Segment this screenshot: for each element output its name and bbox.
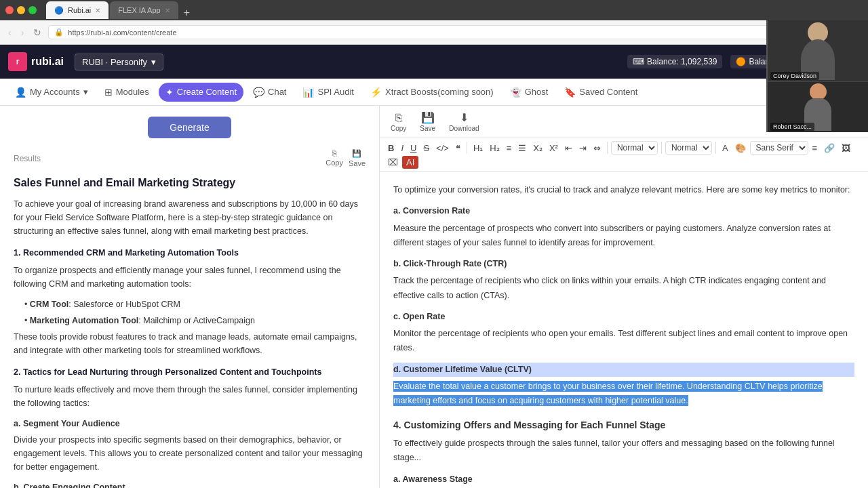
align-btn[interactable]: ⇔ [591,142,604,155]
bullet2: • Marketing Automation Tool: Mailchimp o… [24,314,366,327]
browser-toolbar: ‹ › ↻ 🔒 https://rubi-ai.com/content/crea… [0,20,868,45]
nav-xtract[interactable]: ⚡ Xtract Boosts(coming soon) [363,83,500,102]
text-color-btn[interactable]: A [719,142,731,155]
new-tab-btn[interactable]: + [180,7,194,19]
unordered-list-btn[interactable]: ☰ [515,142,529,155]
right-subsec-b-text: Track the percentage of recipients who c… [393,274,854,303]
clear-format-btn[interactable]: ⌧ [385,156,401,169]
nav-ghost[interactable]: 👻 Ghost [503,83,555,102]
generate-button[interactable]: Generate [148,117,231,138]
modules-label: Modules [116,87,149,97]
account-selector[interactable]: RUBI · Personify ▾ [75,54,163,70]
bullet1-detail: These tools provide robust features to t… [14,330,366,357]
right-subsec-d-head-text: d. Customer Lifetime Value (CLTV) [393,365,532,374]
copy-button-right[interactable]: ⎘ Copy [387,110,410,134]
saved-icon: 🔖 [564,87,576,98]
bold-btn[interactable]: B [385,142,397,155]
content-section1: 1. Recommended CRM and Marketing Automat… [14,246,366,260]
right-panel: ⎘ Copy 💾 Save ⬇ Download SPI Audit B I U… [380,106,868,488]
indent-left-btn[interactable]: ⇤ [562,142,575,155]
right-content-intro: To optimize your conversion rates, it's … [393,183,854,197]
indent-right-btn[interactable]: ⇥ [576,142,589,155]
right-subsec-c-text: Monitor the percentage of recipients who… [393,327,854,356]
accounts-dropdown-icon: ▾ [83,87,88,97]
results-actions: ⎘ Copy 💾 Save [326,149,366,167]
subscript-btn[interactable]: X₂ [530,142,545,155]
h2-btn[interactable]: H₂ [487,142,502,155]
nav-my-accounts[interactable]: 👤 My Accounts ▾ [8,83,95,102]
chat-icon: 💬 [253,87,264,98]
copy-icon-right: ⎘ [395,112,402,124]
right-subsec-d-head: d. Customer Lifetime Value (CLTV) [393,363,854,377]
image-btn[interactable]: 🖼 [839,142,853,155]
underline-btn[interactable]: U [408,142,419,155]
webcam-overlay: Corey Davidson Robert Sacc... [766,20,868,132]
xtract-label: Xtract Boosts(coming soon) [385,87,494,97]
maximize-window-btn[interactable] [28,6,37,14]
logo-text: rubi.ai [31,56,64,68]
ordered-list-btn[interactable]: ≡ [504,142,515,155]
font-select[interactable]: Sans Serif [750,141,808,155]
main-layout: Generate Results ⎘ Copy 💾 Save Sales Fun… [0,106,868,488]
content-section2: 2. Tactics for Lead Nurturing through Pe… [14,365,366,379]
minimize-window-btn[interactable] [17,6,25,14]
content-title: Sales Funnel and Email Marketing Strateg… [14,174,366,192]
back-btn[interactable]: ‹ [5,26,14,39]
webcam-name2: Corey Davidson [770,72,819,80]
dropdown-icon: ▾ [151,57,156,67]
right-subsec-b-head: b. Click-Through Rate (CTR) [393,257,854,271]
right-subsec-d-highlighted: Evaluate the total value a customer brin… [393,381,823,406]
saved-label: Saved Content [579,87,637,97]
ai-btn[interactable]: AI [402,156,418,169]
align-left-btn[interactable]: ≡ [810,142,821,155]
nav-chat[interactable]: 💬 Chat [246,83,293,102]
h1-btn[interactable]: H₁ [471,142,486,155]
refresh-btn[interactable]: ↻ [31,26,44,39]
superscript-btn[interactable]: X² [547,142,561,155]
chat-label: Chat [268,87,286,97]
download-icon-right: ⬇ [460,111,469,124]
italic-btn[interactable]: I [398,142,406,155]
app-header: r rubi.ai RUBI · Personify ▾ ⌨ Balance: … [0,45,868,79]
nav-create-content[interactable]: ✦ Create Content [159,83,243,102]
address-bar[interactable]: 🔒 https://rubi-ai.com/content/create [48,25,802,39]
strikethrough-btn[interactable]: S [420,142,432,155]
download-button[interactable]: ⬇ Download [445,110,483,134]
quote-btn[interactable]: ❝ [453,142,463,155]
save-button-right[interactable]: 💾 Save [416,110,439,134]
code-btn[interactable]: </> [433,142,452,155]
browser-chrome: 🔵 Rubi.ai ✕ FLEX IA App ✕ + [0,0,868,20]
spi-icon: 📊 [302,87,314,98]
editor-content[interactable]: To optimize your conversion rates, it's … [380,172,868,488]
fmt-sep2 [607,142,608,154]
ghost-icon: 👻 [510,87,521,98]
forward-btn[interactable]: › [18,26,27,39]
spi-label: SPI Audit [317,87,353,97]
right-subsec-a-text: Measure the percentage of prospects who … [393,222,854,251]
style-select[interactable]: Normal [611,141,658,155]
right-subsec-a-head: a. Conversion Rate [393,204,854,218]
webcam-top: Corey Davidson [768,20,868,81]
bg-color-btn[interactable]: 🎨 [732,142,749,155]
save-button-left[interactable]: 💾 Save [349,149,366,167]
right-section4-intro: To effectively guide prospects through t… [393,436,854,466]
subsec2a-head: a. Segment Your Audience [14,417,366,430]
close-window-btn[interactable] [5,6,14,14]
nav-modules[interactable]: ⊞ Modules [98,83,156,102]
size-select[interactable]: Normal [665,141,712,155]
left-content-area: Sales Funnel and Email Marketing Strateg… [14,174,366,488]
ghost-label: Ghost [525,87,549,97]
nav-spi-audit[interactable]: 📊 SPI Audit [296,83,360,102]
tab-close-flex[interactable]: ✕ [165,7,170,14]
copy-button-left[interactable]: ⎘ Copy [326,149,343,167]
browser-tab-flex[interactable]: FLEX IA App ✕ [110,1,178,19]
browser-tabs: 🔵 Rubi.ai ✕ FLEX IA App ✕ + [46,1,194,19]
tab-close-rubi[interactable]: ✕ [95,7,100,14]
link-btn[interactable]: 🔗 [821,142,837,155]
fmt-sep1 [467,142,467,154]
content-intro: To achieve your goal of increasing brand… [14,197,366,238]
editor-toolbar-format: B I U S </> ❝ H₁ H₂ ≡ ☰ X₂ X² ⇤ ⇥ ⇔ Norm… [380,138,868,172]
xtract-icon: ⚡ [370,87,382,98]
nav-saved-content[interactable]: 🔖 Saved Content [557,83,644,102]
browser-tab-rubi[interactable]: 🔵 Rubi.ai ✕ [46,1,108,19]
